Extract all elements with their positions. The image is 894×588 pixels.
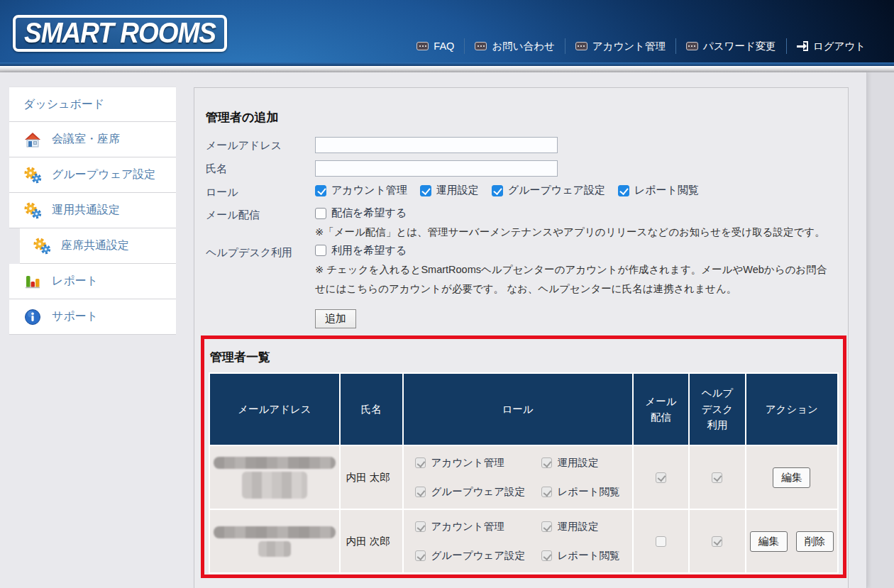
nav-contact-label: お問い合わせ xyxy=(492,40,554,53)
nav-faq[interactable]: FAQ xyxy=(416,40,454,52)
checkbox-icon[interactable] xyxy=(315,245,326,256)
checkbox-icon[interactable] xyxy=(618,185,629,196)
sidebar-item-label: サポート xyxy=(52,309,98,324)
delete-button[interactable]: 削除 xyxy=(796,531,834,552)
mail-delivery-cell xyxy=(634,510,688,572)
mail-delivery-label: メール配信 xyxy=(206,206,315,222)
checkbox-icon xyxy=(541,457,552,468)
mail-delivery-checkbox-label: 配信を希望する xyxy=(331,206,407,220)
sidebar-item-dashboard[interactable]: ダッシュボード xyxy=(9,87,176,122)
email-field[interactable] xyxy=(315,137,558,153)
bubble-icon xyxy=(475,42,487,50)
role-label: ロール xyxy=(206,184,315,199)
mail-delivery-checkbox[interactable]: 配信を希望する xyxy=(315,206,818,220)
name-field[interactable] xyxy=(315,160,558,177)
action-cell: 編集 xyxy=(746,446,837,509)
checkbox-icon xyxy=(656,472,666,483)
role-cell: アカウント管理 運用設定 グループウェア設定 レポート閲覧 xyxy=(404,510,632,572)
email-label: メールアドレス xyxy=(206,137,315,152)
nav-logout[interactable]: ログアウト xyxy=(797,40,866,53)
col-header-role: ロール xyxy=(404,374,632,445)
app-logo-text: SMART ROOMS xyxy=(24,17,216,49)
sidebar-item-support[interactable]: サポート xyxy=(9,299,176,335)
nav-account-management[interactable]: アカウント管理 xyxy=(575,40,666,53)
helpdesk-checkbox-label: 利用を希望する xyxy=(331,244,407,257)
name-label: 氏名 xyxy=(206,160,315,176)
checkbox-icon xyxy=(415,457,426,468)
nav-account-label: アカウント管理 xyxy=(592,40,666,53)
sidebar-item-label: 会議室・座席 xyxy=(52,132,120,147)
helpdesk-checkbox[interactable]: 利用を希望する xyxy=(315,244,826,257)
sidebar-item-label: 座席共通設定 xyxy=(61,238,129,253)
bar-chart-icon xyxy=(23,273,42,290)
add-button[interactable]: 追加 xyxy=(315,309,356,328)
checkbox-icon xyxy=(541,487,552,497)
nav-logout-label: ログアウト xyxy=(813,40,866,53)
checkbox-icon xyxy=(415,487,426,497)
redacted-email-blur xyxy=(258,541,291,557)
admin-table: メールアドレス 氏名 ロール メール配信 ヘルプデスク利用 アクション 内田 太… xyxy=(209,372,839,574)
checkbox-icon[interactable] xyxy=(315,185,326,196)
edit-button[interactable]: 編集 xyxy=(750,531,788,552)
role-checkbox-account[interactable]: アカウント管理 xyxy=(315,184,407,197)
role-checkbox-label: アカウント管理 xyxy=(331,184,407,197)
checkbox-icon xyxy=(415,521,426,532)
helpdesk-cell xyxy=(690,510,744,572)
col-header-name: 氏名 xyxy=(341,374,402,445)
checkbox-icon xyxy=(712,536,722,547)
col-header-action: アクション xyxy=(746,374,837,445)
sidebar-item-seat-common-settings[interactable]: 座席共通設定 xyxy=(20,228,176,264)
app-logo[interactable]: SMART ROOMS xyxy=(13,15,227,52)
nav-divider xyxy=(464,38,465,54)
role-checkbox-operation[interactable]: 運用設定 xyxy=(420,184,479,197)
gears-icon xyxy=(33,238,51,255)
role-checkbox-label: 運用設定 xyxy=(436,184,479,197)
helpdesk-label: ヘルプデスク利用 xyxy=(206,244,315,260)
sidebar-item-operation-common-settings[interactable]: 運用共通設定 xyxy=(9,193,176,228)
redacted-email-blur xyxy=(214,526,336,538)
nav-faq-label: FAQ xyxy=(434,40,454,52)
mail-delivery-note: ※「メール配信」とは、管理サーバーメンテナンスやアプリのリリースなどのお知らせを… xyxy=(315,223,825,243)
redacted-email-blur xyxy=(242,472,307,499)
info-icon xyxy=(23,309,42,326)
checkbox-icon[interactable] xyxy=(492,185,503,196)
gears-icon xyxy=(23,167,42,184)
sidebar-item-groupware-settings[interactable]: グループウェア設定 xyxy=(9,157,176,193)
table-row: 内田 太郎 アカウント管理 運用設定 グループウェア設定 レポート閲覧 編集 xyxy=(210,446,837,509)
sidebar-item-label: 運用共通設定 xyxy=(52,203,120,218)
mail-delivery-cell xyxy=(634,446,688,509)
name-cell: 内田 太郎 xyxy=(341,446,402,509)
checkbox-icon xyxy=(712,472,722,483)
home-icon xyxy=(23,131,42,148)
app-header: SMART ROOMS FAQ お問い合わせ アカウント管理 パスワード変更 ロ… xyxy=(0,0,894,62)
redacted-email-blur xyxy=(214,457,336,469)
helpdesk-note: ※ チェックを入れるとSmartRoomsヘルプセンターのアカウントが作成されま… xyxy=(315,260,833,299)
edit-button[interactable]: 編集 xyxy=(773,467,810,488)
checkbox-icon[interactable] xyxy=(315,208,326,219)
role-checkbox-groupware[interactable]: グループウェア設定 xyxy=(492,184,605,197)
sidebar: ダッシュボード 会議室・座席 グループウェア設定 xyxy=(9,87,176,335)
sidebar-item-label: ダッシュボード xyxy=(23,97,104,112)
nav-password-change[interactable]: パスワード変更 xyxy=(686,40,776,53)
col-header-helpdesk: ヘルプデスク利用 xyxy=(690,374,744,445)
table-row: 内田 次郎 アカウント管理 運用設定 グループウェア設定 レポート閲覧 編集 削… xyxy=(210,510,837,572)
role-checkbox-report[interactable]: レポート閲覧 xyxy=(618,184,699,197)
helpdesk-cell xyxy=(690,446,744,509)
bubble-icon xyxy=(416,42,429,50)
name-cell: 内田 次郎 xyxy=(341,510,402,572)
checkbox-icon xyxy=(415,550,426,561)
nav-divider xyxy=(565,38,565,54)
checkbox-icon xyxy=(541,550,552,561)
nav-divider xyxy=(786,38,787,54)
action-cell: 編集 削除 xyxy=(746,510,837,572)
sidebar-item-report[interactable]: レポート xyxy=(9,264,176,299)
nav-divider xyxy=(675,38,676,54)
role-checkbox-label: グループウェア設定 xyxy=(508,184,605,197)
sidebar-item-label: レポート xyxy=(52,274,98,289)
top-nav: FAQ お問い合わせ アカウント管理 パスワード変更 ログアウト xyxy=(416,35,866,57)
nav-contact[interactable]: お問い合わせ xyxy=(475,40,554,53)
sidebar-item-meeting-rooms[interactable]: 会議室・座席 xyxy=(9,122,176,157)
checkbox-icon[interactable] xyxy=(420,185,431,196)
gears-icon xyxy=(23,202,42,219)
admin-list-title: 管理者一覧 xyxy=(210,349,839,365)
